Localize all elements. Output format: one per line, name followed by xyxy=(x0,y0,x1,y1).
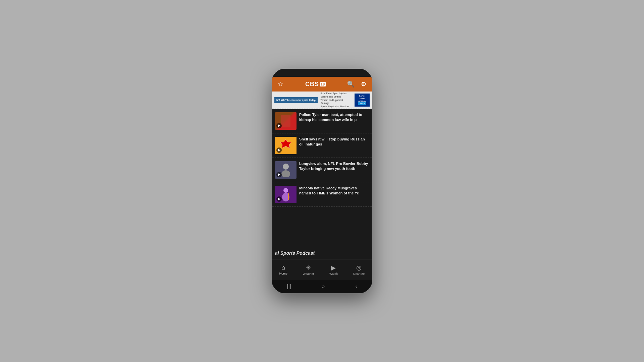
watch-icon: ▶ xyxy=(331,264,336,272)
status-bar xyxy=(272,69,372,77)
app-logo: CBS19 xyxy=(305,81,326,88)
header-actions: 🔍 ⚙ xyxy=(346,80,368,88)
news-headline-4: Mineola native Kacey Musgraves named to … xyxy=(299,186,369,196)
phone-frame: ☆ CBS19 🔍 ⚙ N'T WAIT ke control of r pai… xyxy=(272,69,372,293)
weather-icon: ☀ xyxy=(306,264,311,272)
play-button-4[interactable] xyxy=(276,196,282,202)
news-item-4[interactable]: Mineola native Kacey Musgraves named to … xyxy=(272,182,372,207)
news-thumb-2 xyxy=(275,137,297,154)
news-item-1[interactable]: Police: Tyler man beat, attempted to kid… xyxy=(272,109,372,133)
nearme-icon: ◎ xyxy=(356,264,362,272)
nav-label-watch: Watch xyxy=(329,272,338,276)
podcast-section-partial: al Sports Podcast xyxy=(272,247,372,259)
ad-banner: N'T WAIT ke control of r pain today. Bac… xyxy=(272,92,372,109)
play-button-2[interactable] xyxy=(276,147,282,153)
nav-label-nearme: Near Me xyxy=(353,272,365,276)
nav-item-home[interactable]: ⌂ Home xyxy=(277,263,290,277)
android-nav-bar: ||| ○ ‹ xyxy=(272,280,372,293)
svg-rect-5 xyxy=(288,193,289,200)
home-icon: ⌂ xyxy=(281,264,285,271)
news-headline-1: Police: Tyler man beat, attempted to kid… xyxy=(299,112,369,123)
android-menu-button[interactable]: ||| xyxy=(287,284,291,290)
play-button-1[interactable] xyxy=(276,123,282,128)
ad-body-text: Back and Neck Pain Joint Pain · Sport In… xyxy=(320,92,352,112)
search-icon[interactable]: 🔍 xyxy=(346,80,356,88)
svg-point-1 xyxy=(283,164,289,170)
ad-sponsor-logo[interactable]: BaylorScott& WhiteLearn M xyxy=(355,94,370,107)
news-headline-3: Longview alum, NFL Pro Bowler Bobby Tayl… xyxy=(299,161,369,172)
news-item-2[interactable]: Shell says it will stop buying Russian o… xyxy=(272,133,372,158)
nav-item-weather[interactable]: ☀ Weather xyxy=(300,263,317,277)
bottom-navigation: ⌂ Home ☀ Weather ▶ Watch ◎ Near Me xyxy=(272,259,372,280)
nav-label-home: Home xyxy=(279,272,287,275)
svg-point-3 xyxy=(283,188,288,193)
ad-left-text: N'T WAIT ke control of r pain today. xyxy=(274,97,318,103)
bookmark-icon[interactable]: ☆ xyxy=(276,80,285,88)
news-list: Police: Tyler man beat, attempted to kid… xyxy=(272,109,372,247)
news-thumb-1 xyxy=(275,112,297,130)
play-button-3[interactable] xyxy=(276,172,282,177)
svg-marker-0 xyxy=(280,139,291,148)
podcast-title: al Sports Podcast xyxy=(275,250,315,256)
nav-label-weather: Weather xyxy=(303,272,314,276)
settings-icon[interactable]: ⚙ xyxy=(359,80,368,88)
nav-item-watch[interactable]: ▶ Watch xyxy=(327,263,340,277)
app-header: ☆ CBS19 🔍 ⚙ xyxy=(272,77,372,92)
android-back-button[interactable]: ‹ xyxy=(355,284,357,290)
news-thumb-4 xyxy=(275,186,297,203)
screen-content: N'T WAIT ke control of r pain today. Bac… xyxy=(272,92,372,259)
news-item-3[interactable]: Longview alum, NFL Pro Bowler Bobby Tayl… xyxy=(272,158,372,182)
svg-point-2 xyxy=(281,170,290,177)
news-headline-2: Shell says it will stop buying Russian o… xyxy=(299,137,369,147)
news-thumb-3 xyxy=(275,161,297,179)
nav-item-nearme[interactable]: ◎ Near Me xyxy=(351,263,368,277)
android-home-button[interactable]: ○ xyxy=(322,284,325,290)
